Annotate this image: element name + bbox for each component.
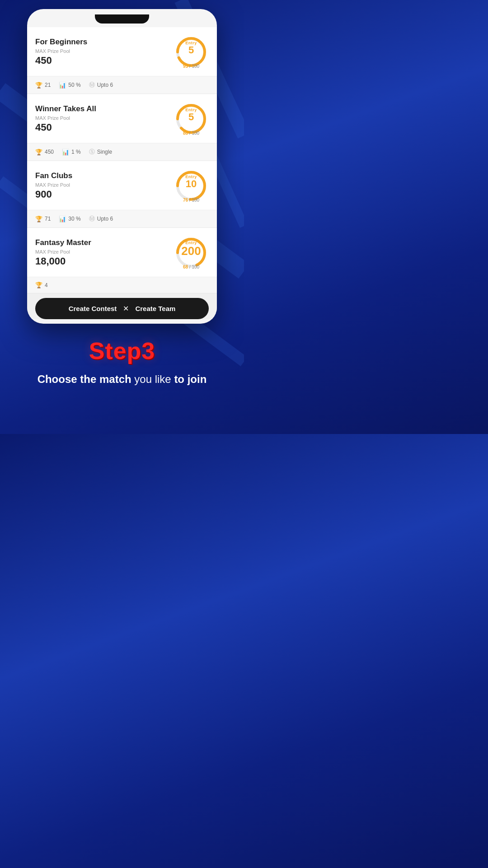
contest-card-for-beginners[interactable]: For Beginners MAX Prize Pool 450 Entry 5… [27,27,217,76]
stats-row: 🏆 450 📊 1 % Ⓢ Single [27,143,217,161]
step-title: Step3 [9,337,235,364]
contest-title: For Beginners [35,38,168,47]
contest-card-winner-takes-all[interactable]: Winner Takes All MAX Prize Pool 450 Entr… [27,94,217,143]
contest-info: Fantasy Master MAX Prize Pool 18,000 [35,238,168,267]
contest-prize: 450 [35,122,168,133]
stats-row: 🏆 71 📊 30 % Ⓜ Upto 6 [27,210,217,228]
contest-title: Fan Clubs [35,171,168,180]
stat-value: 50 % [68,82,80,88]
entry-circle-text: Entry 200 [174,235,209,262]
stat-value: 21 [45,82,51,88]
step-subtitle: Choose the match you like to join [9,372,235,387]
stat-value: Upto 6 [97,82,113,88]
stat-value: Single [97,149,112,155]
stat-item: 📊 1 % [62,149,81,156]
bar-chart-icon: 📊 [62,149,69,156]
contests-list: For Beginners MAX Prize Pool 450 Entry 5… [27,27,217,319]
stat-value: Upto 6 [97,216,113,222]
entry-slots: 88 / 100 [174,131,209,136]
stat-item: 📊 50 % [59,82,80,89]
stat-item: 🏆 21 [35,82,51,89]
entry-circle-text: Entry 10 [174,168,209,195]
entry-circle-text: Entry 5 [174,101,209,128]
contest-card-fan-clubs[interactable]: Fan Clubs MAX Prize Pool 900 Entry 10 76… [27,161,217,210]
trophy-icon: 🏆 [35,282,42,288]
trophy-icon: 🏆 [35,82,42,89]
stat-item: 📊 30 % [59,216,80,222]
entry-slots: 68 / 100 [174,264,209,269]
phone-notch [95,14,149,24]
contest-block-fan-clubs: Fan Clubs MAX Prize Pool 900 Entry 10 76… [27,161,217,228]
entry-circle: Entry 5 93 / 100 [174,34,209,70]
stat-value: 1 % [71,149,81,155]
entry-slots: 93 / 100 [174,64,209,69]
contest-block-winner-takes-all: Winner Takes All MAX Prize Pool 450 Entr… [27,94,217,161]
contest-prize: 18,000 [35,255,168,267]
m-badge-icon: Ⓜ [89,215,95,223]
entry-circle-text: Entry 5 [174,34,209,61]
max-prize-label: MAX Prize Pool [35,249,168,255]
contest-title: Winner Takes All [35,104,168,113]
bar-chart-icon: 📊 [59,82,66,89]
action-bar: Create Contest ✕ Create Team [35,298,209,319]
stat-value: 4 [45,282,48,288]
entry-circle: Entry 10 76 / 100 [174,168,209,203]
bar-chart-icon: 📊 [59,216,66,222]
bar-divider: ✕ [123,304,129,313]
m-badge-icon: Ⓜ [89,81,95,89]
trophy-icon: 🏆 [35,149,42,156]
contest-prize: 900 [35,189,168,200]
entry-circle: Entry 200 68 / 100 [174,235,209,270]
stat-item: 🏆 450 [35,149,54,156]
entry-number: 5 [188,45,194,55]
contest-card-fantasy-master[interactable]: Fantasy Master MAX Prize Pool 18,000 Ent… [27,228,217,277]
max-prize-label: MAX Prize Pool [35,48,168,54]
bottom-section: Step3 Choose the match you like to join [0,324,244,405]
create-contest-button[interactable]: Create Contest [69,305,117,312]
trophy-icon: 🏆 [35,216,42,222]
stat-item: Ⓜ Upto 6 [89,215,113,223]
stat-item: Ⓜ Upto 6 [89,81,113,89]
stats-row: 🏆 4 [27,277,217,293]
phone-frame: For Beginners MAX Prize Pool 450 Entry 5… [27,9,217,324]
entry-number: 10 [186,179,197,189]
entry-number: 200 [181,245,201,257]
contest-block-fantasy-master: Fantasy Master MAX Prize Pool 18,000 Ent… [27,228,217,319]
create-team-button[interactable]: Create Team [135,305,175,312]
contest-info: Winner Takes All MAX Prize Pool 450 [35,104,168,133]
contest-title: Fantasy Master [35,238,168,247]
max-prize-label: MAX Prize Pool [35,115,168,121]
subtitle-bold2: to join [174,373,206,385]
contest-block-for-beginners: For Beginners MAX Prize Pool 450 Entry 5… [27,27,217,94]
stat-item: 🏆 4 [35,282,48,288]
stat-value: 450 [45,149,54,155]
stat-item: Ⓢ Single [89,148,112,156]
contest-info: Fan Clubs MAX Prize Pool 900 [35,171,168,200]
stat-item: 🏆 71 [35,216,51,222]
subtitle-bold1: Choose the match [38,373,131,385]
phone-screen: For Beginners MAX Prize Pool 450 Entry 5… [27,27,217,319]
contest-prize: 450 [35,55,168,66]
s-badge-icon: Ⓢ [89,148,95,156]
max-prize-label: MAX Prize Pool [35,182,168,188]
subtitle-normal: you like [131,373,174,385]
contest-info: For Beginners MAX Prize Pool 450 [35,38,168,66]
stats-row: 🏆 21 📊 50 % Ⓜ Upto 6 [27,76,217,94]
entry-circle: Entry 5 88 / 100 [174,101,209,137]
entry-slots: 76 / 100 [174,198,209,203]
entry-number: 5 [188,112,194,122]
stat-value: 71 [45,216,51,222]
stat-value: 30 % [68,216,80,222]
